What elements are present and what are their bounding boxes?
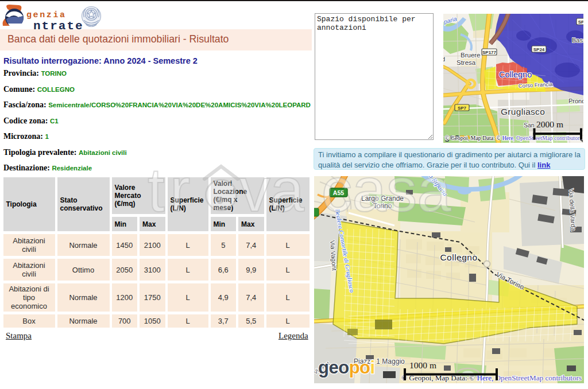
svg-text:SP7: SP7 (458, 106, 467, 111)
svg-text:Collegno: Collegno (499, 70, 532, 79)
svg-text:genzia: genzia (26, 10, 67, 20)
svg-text:2000 m: 2000 m (536, 119, 563, 129)
svg-text:Collegno: Collegno (440, 252, 477, 262)
svg-text:Grugliasco: Grugliasco (501, 107, 545, 116)
svg-text:ntrate: ntrate (33, 20, 84, 30)
svg-text:1000 m: 1000 m (409, 360, 436, 370)
svg-text:Largo Grande: Largo Grande (361, 194, 404, 203)
svg-text:SP: SP (578, 20, 583, 25)
svg-text:geopoi: geopoi (318, 357, 375, 378)
svg-text:Torino: Torino (373, 202, 392, 210)
svg-text:Prond: Prond (568, 98, 583, 104)
svg-text:Bass: Bass (572, 37, 583, 44)
svg-text:SP24: SP24 (533, 47, 545, 52)
svg-text:Bruere: Bruere (461, 52, 481, 59)
svg-text:d: d (443, 56, 445, 63)
svg-text:© Geopoi, Map Data: © Here, Op: © Geopoi, Map Data: © Here, OpenStreetMa… (445, 135, 582, 141)
svg-text:San: San (524, 122, 535, 129)
svg-text:A55: A55 (333, 189, 344, 196)
svg-text:Stresa: Stresa (457, 59, 476, 66)
svg-text:SP177: SP177 (482, 50, 497, 55)
